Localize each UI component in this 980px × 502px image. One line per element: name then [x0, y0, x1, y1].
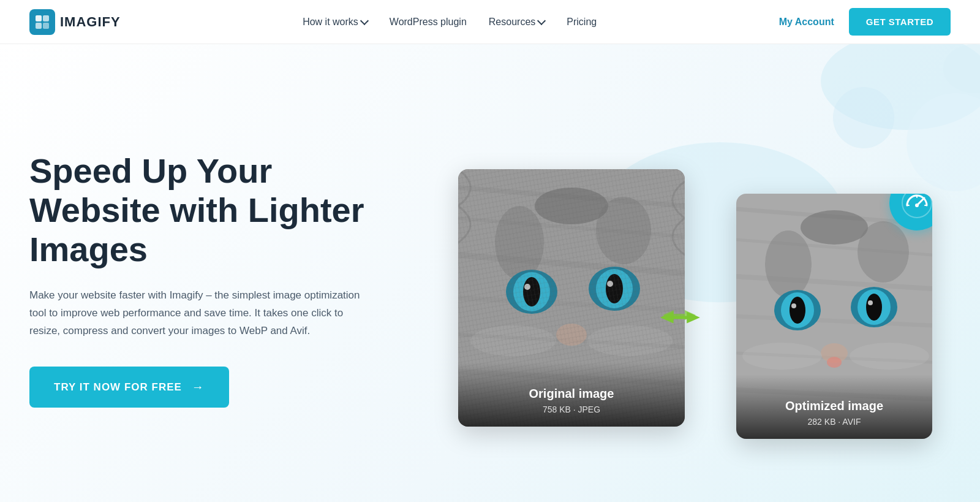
logo-icon	[29, 9, 55, 35]
arrow-right-icon: →	[192, 380, 205, 394]
svg-point-47	[801, 210, 868, 245]
optimized-image-label: Optimized image 282 KB · AVIF	[736, 375, 932, 439]
svg-point-49	[858, 221, 909, 283]
svg-rect-0	[36, 15, 42, 21]
original-image-card: Original image 758 KB · JPEG	[458, 169, 685, 427]
nav-pricing[interactable]: Pricing	[567, 17, 597, 28]
svg-point-36	[915, 203, 919, 207]
optimized-label-title: Optimized image	[746, 399, 922, 413]
original-image-label: Original image 758 KB · JPEG	[458, 362, 685, 427]
svg-rect-1	[43, 15, 49, 21]
svg-point-59	[742, 343, 822, 370]
hero-section: Speed Up Your Website with Lighter Image…	[0, 44, 980, 502]
svg-rect-2	[36, 23, 42, 29]
svg-point-52	[790, 297, 805, 324]
svg-point-7	[943, 44, 980, 93]
nav-links: How it works WordPress plugin Resources …	[303, 17, 597, 28]
original-label-title: Original image	[468, 387, 675, 401]
original-label-meta: 758 KB · JPEG	[468, 405, 675, 414]
nav-resources[interactable]: Resources	[489, 17, 545, 28]
optimized-image-card: Optimized image 282 KB · AVIF	[736, 194, 932, 439]
svg-point-61	[827, 357, 842, 368]
my-account-link[interactable]: My Account	[779, 17, 834, 28]
hero-left: Speed Up Your Website with Lighter Image…	[29, 151, 409, 408]
nav-right: My Account GET STARTED	[779, 8, 951, 36]
svg-point-48	[765, 230, 812, 298]
svg-point-56	[866, 294, 882, 321]
optimized-label-meta: 282 KB · AVIF	[746, 417, 922, 427]
chevron-down-icon	[360, 17, 369, 25]
logo-text: IMAGIFY	[60, 14, 121, 30]
hero-title: Speed Up Your Website with Lighter Image…	[29, 151, 409, 270]
conversion-arrows	[660, 310, 704, 329]
hero-right: Original image 758 KB · JPEG	[409, 108, 951, 451]
logo-link[interactable]: IMAGIFY	[29, 9, 121, 35]
svg-rect-3	[43, 23, 49, 29]
chevron-down-icon	[537, 17, 546, 25]
hero-description: Make your website faster with Imagify – …	[29, 287, 372, 340]
nav-wordpress-plugin[interactable]: WordPress plugin	[390, 17, 467, 28]
svg-point-53	[791, 303, 796, 308]
get-started-button[interactable]: GET STARTED	[849, 8, 951, 36]
svg-point-57	[868, 300, 873, 305]
svg-marker-32	[660, 311, 700, 323]
navbar: IMAGIFY How it works WordPress plugin Re…	[0, 0, 980, 44]
try-free-button[interactable]: TRY IT NOW FOR FREE →	[29, 367, 229, 408]
nav-how-it-works[interactable]: How it works	[303, 17, 368, 28]
svg-point-60	[850, 343, 929, 370]
